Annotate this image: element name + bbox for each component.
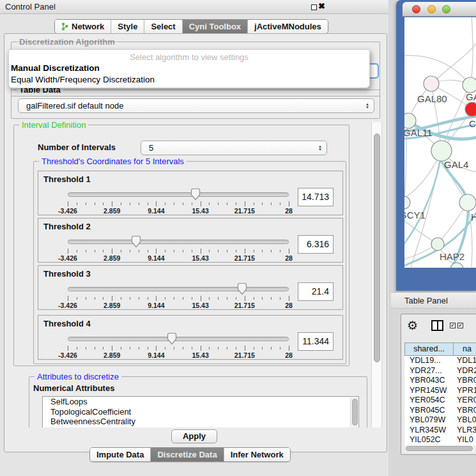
table-row[interactable]: YER054CYER0 xyxy=(404,395,476,406)
node-GAL4-label: GAL4 xyxy=(444,159,468,170)
algorithm-option-equal-width[interactable]: Equal Width/Frequency Discretization xyxy=(11,75,155,84)
cell-name[interactable]: YBL0 xyxy=(457,415,476,426)
network-window-titlebar[interactable] xyxy=(403,2,476,17)
zoom-traffic-light[interactable] xyxy=(442,5,450,13)
slider-thumb[interactable] xyxy=(130,235,142,248)
threshold-value-field[interactable]: 14.713 xyxy=(298,188,334,206)
cell-shared-name[interactable]: YBR043C xyxy=(404,376,457,386)
tab-style[interactable]: Style xyxy=(111,20,144,33)
slider-track[interactable] xyxy=(68,287,289,291)
node-GAL11[interactable] xyxy=(404,113,416,128)
table-row[interactable]: YPR145WYPR1 xyxy=(404,386,476,396)
cell-shared-name[interactable]: YIL052C xyxy=(404,435,457,445)
cell-name[interactable]: YER0 xyxy=(457,395,476,406)
cell-name[interactable]: YDR2 xyxy=(457,366,476,376)
threshold-label: Threshold 3 xyxy=(43,269,91,279)
table-horizontal-scrollbar-thumb[interactable] xyxy=(406,446,473,451)
algorithm-dropdown-hint: Select algorithm to view settings xyxy=(9,52,369,62)
node-red[interactable] xyxy=(465,102,476,116)
tab-jactivemnodules[interactable]: jActiveMNodules xyxy=(248,20,328,33)
main-vertical-scrollbar[interactable] xyxy=(371,122,382,427)
node-GCY1[interactable] xyxy=(404,196,410,209)
node-red-label: C xyxy=(469,118,476,129)
attribute-list-item[interactable]: BetweennessCentrality xyxy=(43,417,358,427)
cell-shared-name[interactable]: YDR27... xyxy=(404,366,457,376)
tab-network[interactable]: Network xyxy=(55,20,111,33)
close-traffic-light[interactable] xyxy=(412,5,420,13)
threshold-slider[interactable]: -3.4262.8599.14415.4321.71528 xyxy=(68,284,289,309)
gear-icon[interactable]: ⚙ xyxy=(407,318,418,333)
slider-scale-labels: -3.4262.8599.14415.4321.71528 xyxy=(68,302,289,309)
tab-infer-network[interactable]: Infer Network xyxy=(224,448,290,461)
cell-shared-name[interactable]: YDL19... xyxy=(404,356,457,366)
table-panel-title: Table Panel xyxy=(404,296,448,305)
attributes-scrollbar[interactable] xyxy=(350,397,358,427)
threshold-value-field[interactable]: 21.4 xyxy=(298,282,334,301)
checkbox-icon[interactable]: ✓ xyxy=(450,323,456,328)
cell-shared-name[interactable]: YBR045C xyxy=(404,406,457,416)
float-window-icon[interactable] xyxy=(311,4,317,10)
cell-name[interactable]: YIL0 xyxy=(457,435,473,445)
algorithm-option-manual[interactable]: Manual Discretization xyxy=(11,63,100,73)
cyni-toolbox-panel: Discretization Algorithm Select algorith… xyxy=(4,33,387,452)
table-row[interactable]: YBR045CYBR0 xyxy=(404,406,476,416)
network-canvas[interactable]: GAL80GACGAL11GAL4GCY1HHAP2 xyxy=(404,17,476,268)
node-HAP2-label: HAP2 xyxy=(440,251,464,262)
table-row[interactable]: YDL19...YDL1 xyxy=(404,356,476,366)
cell-shared-name[interactable]: YLR345W xyxy=(404,426,457,436)
slider-thumb[interactable] xyxy=(166,332,178,345)
tab-discretize-data[interactable]: Discretize Data xyxy=(151,448,224,461)
attribute-list-item[interactable]: TopologicalCoefficient xyxy=(43,407,358,417)
checkbox-icon[interactable]: ✓ xyxy=(457,323,463,328)
threshold-value-field[interactable]: 11.344 xyxy=(298,332,334,351)
slider-track[interactable] xyxy=(68,240,289,244)
attributes-scrollbar-thumb[interactable] xyxy=(352,399,358,426)
table-row[interactable]: YIL052CYIL0 xyxy=(404,435,476,445)
discretization-algorithm-group-title: Discretization Algorithm xyxy=(17,37,118,47)
slider-track[interactable] xyxy=(68,192,289,197)
tab-select[interactable]: Select xyxy=(144,20,182,33)
numerical-attributes-list[interactable]: SelfLoopsTopologicalCoefficientBetweenne… xyxy=(42,396,359,427)
number-of-intervals-combobox[interactable]: 5 ▲▼ xyxy=(141,141,327,155)
threshold-slider[interactable]: -3.4262.8599.14415.4321.71528 xyxy=(68,236,289,262)
close-panel-icon[interactable]: ✖ xyxy=(318,1,325,11)
column-header-shared-name[interactable]: shared... xyxy=(404,342,454,356)
threshold-value-field[interactable]: 6.316 xyxy=(298,235,334,254)
tab-impute-data[interactable]: Impute Data xyxy=(90,448,151,461)
main-vertical-scrollbar-thumb[interactable] xyxy=(374,134,380,362)
minimize-traffic-light[interactable] xyxy=(427,5,436,13)
slider-ticks xyxy=(68,346,289,351)
attribute-list-item[interactable]: SelfLoops xyxy=(43,397,358,407)
table-row[interactable]: YBL079WYBL0 xyxy=(404,415,476,426)
tab-network-label: Network xyxy=(72,22,104,31)
split-columns-icon[interactable] xyxy=(431,320,443,331)
table-horizontal-scrollbar[interactable] xyxy=(404,445,476,452)
table-row[interactable]: YBR043CYBR0 xyxy=(404,376,476,386)
table-row[interactable]: YDR27...YDR2 xyxy=(404,366,476,376)
cell-name[interactable]: YPR1 xyxy=(457,386,476,396)
table-data-combobox[interactable]: galFiltered.sif default node ▲▼ xyxy=(18,98,374,113)
node-HAP2[interactable] xyxy=(431,238,444,250)
slider-track[interactable] xyxy=(68,337,289,341)
cell-name[interactable]: YBR0 xyxy=(457,406,476,416)
algorithm-dropdown-popup: Select algorithm to view settings Manual… xyxy=(8,49,370,88)
apply-button[interactable]: Apply xyxy=(171,429,217,443)
table-row[interactable]: YLR345WYLR3 xyxy=(404,426,476,436)
column-header-name[interactable]: na xyxy=(453,342,476,356)
threshold-slider[interactable]: -3.4262.8599.14415.4321.71528 xyxy=(68,334,289,359)
node-GAL80[interactable] xyxy=(424,76,439,91)
cell-name[interactable]: YLR3 xyxy=(457,426,476,436)
tab-cyni-toolbox[interactable]: Cyni Toolbox xyxy=(183,20,248,33)
node-GAL4[interactable] xyxy=(431,141,452,161)
node-top-right[interactable] xyxy=(463,77,476,93)
cell-shared-name[interactable]: YPR145W xyxy=(404,386,457,396)
cell-shared-name[interactable]: YER054C xyxy=(404,395,457,406)
threshold-slider[interactable]: -3.4262.8599.14415.4321.71528 xyxy=(68,189,289,215)
cell-shared-name[interactable]: YBL079W xyxy=(404,415,457,426)
cell-name[interactable]: YDL1 xyxy=(457,356,476,366)
slider-thumb[interactable] xyxy=(236,282,248,295)
cell-name[interactable]: YBR0 xyxy=(457,376,476,386)
slider-thumb[interactable] xyxy=(190,188,201,201)
node-H[interactable] xyxy=(459,194,476,211)
settings-scroll-viewport: Interval Definition Number of Intervals … xyxy=(11,121,370,427)
